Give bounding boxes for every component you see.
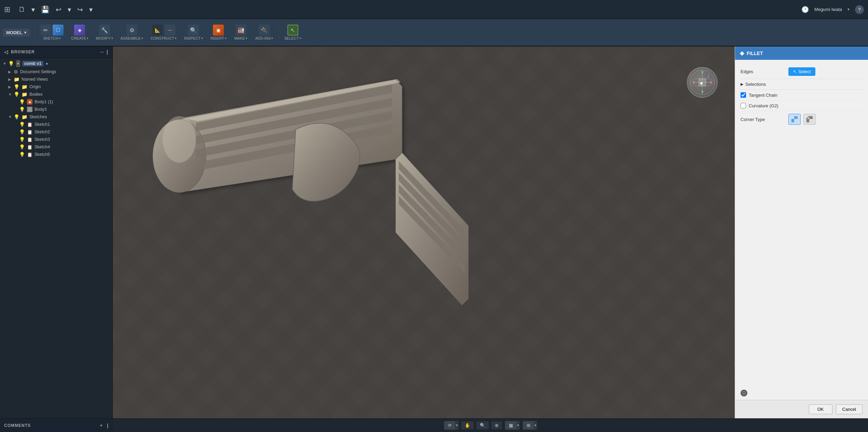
toolbar-construct[interactable]: 📐 — CONSTRUCT▾ xyxy=(147,19,180,46)
curvature-label: Curvature (G2) xyxy=(749,103,778,108)
toolbar-create[interactable]: ◈ CREATE▾ xyxy=(68,19,92,46)
tree-item-sketch5[interactable]: 💡 📋 Sketch5 xyxy=(0,151,112,158)
orbit-icon: ⟳ xyxy=(448,423,452,428)
zoom-fit-button[interactable]: ⊕ xyxy=(491,421,502,429)
toolbar-sketch[interactable]: ✏ □ SKETCH▾ xyxy=(37,19,67,46)
sidebar-collapse-icon[interactable]: ─ xyxy=(100,49,104,55)
tree-item-sketch2[interactable]: 💡 📋 Sketch2 xyxy=(0,128,112,136)
grid-dropdown-icon[interactable]: ▾ xyxy=(534,423,537,428)
assemble-icon: ⚙ xyxy=(126,25,137,36)
tree-item-body1[interactable]: 💡 ■ Body1 (1) xyxy=(0,98,112,106)
selections-expand-icon: ▶ xyxy=(741,82,743,86)
expand-doc-icon[interactable]: ▶ xyxy=(8,70,14,74)
toolbar-select[interactable]: ↖ SELECT▾ xyxy=(281,19,305,46)
sketch5-label: Sketch5 xyxy=(35,152,50,157)
folder-icon: 📁 xyxy=(14,77,19,82)
fillet-edges-row: Edges ↖ Select xyxy=(741,65,863,79)
tree-item-root[interactable]: ▼ 💡 ▪ comb v1 ● xyxy=(0,59,112,68)
fillet-info-area: ⓘ xyxy=(735,386,868,400)
expand-root-icon[interactable]: ▼ xyxy=(3,62,8,66)
open-file-button[interactable]: ▾ xyxy=(29,4,37,15)
expand-named-views-icon[interactable]: ▶ xyxy=(8,77,14,82)
sketch-icon2: □ xyxy=(53,25,64,36)
user-dropdown-icon[interactable]: ▾ xyxy=(847,7,850,12)
bodies-lightbulb-icon: 💡 xyxy=(14,92,19,97)
svg-rect-17 xyxy=(791,119,794,122)
toolbar-insert[interactable]: ▣ INSERT▾ xyxy=(207,19,230,46)
cancel-button[interactable]: Cancel xyxy=(836,404,863,414)
fillet-selections-row[interactable]: ▶ Selections xyxy=(741,79,863,90)
sidebar-collapse-left-icon[interactable]: ◁ xyxy=(4,49,8,55)
tree-item-body3[interactable]: 💡 □ Body3 xyxy=(0,106,112,113)
toolbar-make[interactable]: 🏭 MAKE▾ xyxy=(231,19,251,46)
orbit-button[interactable]: ⟳ xyxy=(445,421,455,429)
ok-button[interactable]: OK xyxy=(809,404,832,414)
tree-item-doc-settings[interactable]: ▶ ⚙ Document Settings xyxy=(0,68,112,76)
make-icon: 🏭 xyxy=(235,25,246,36)
tree-item-sketch3[interactable]: 💡 📋 Sketch3 xyxy=(0,136,112,143)
svg-text:◈: ◈ xyxy=(700,81,703,85)
toolbar-inspect[interactable]: 🔍 INSPECT▾ xyxy=(181,19,206,46)
assemble-icons: ⚙ xyxy=(126,25,137,36)
toolbar-assemble[interactable]: ⚙ ASSEMBLE▾ xyxy=(117,19,147,46)
viewport[interactable]: X X Y Y Z ◈ xyxy=(113,46,735,418)
undo-dropdown-button[interactable]: ▾ xyxy=(66,4,73,15)
modify-label: MODIFY▾ xyxy=(96,36,113,40)
curvature-checkbox[interactable] xyxy=(741,103,746,108)
tree-item-origin[interactable]: ▶ 💡 📁 Origin xyxy=(0,83,112,91)
bottom-toolbar: ⟳ ▾ ✋ 🔍 ⊕ ▦ ▾ ⊞ xyxy=(113,418,868,432)
comments-bar: COMMENTS + | xyxy=(0,418,113,432)
construct-icons: 📐 — xyxy=(152,25,175,36)
grid-display-button[interactable]: ⊞ xyxy=(523,421,534,429)
sidebar-header: ◁ BROWSER ─ | xyxy=(0,46,112,58)
orientation-gizmo[interactable]: X X Y Y Z ◈ xyxy=(687,67,721,101)
root-label: comb v1 xyxy=(22,61,44,66)
svg-text:Z: Z xyxy=(707,75,709,78)
tree-item-sketch1[interactable]: 💡 📋 Sketch1 xyxy=(0,121,112,128)
sidebar-pin-icon[interactable]: | xyxy=(107,49,108,55)
svg-text:X: X xyxy=(693,81,695,84)
sketch1-lightbulb-icon: 💡 xyxy=(19,122,25,127)
redo-button[interactable]: ↪ xyxy=(75,4,85,15)
model-button[interactable]: MODEL ▾ xyxy=(3,29,30,37)
orbit-dropdown-icon[interactable]: ▾ xyxy=(456,423,458,428)
apps-grid-icon[interactable]: ⊞ xyxy=(4,5,10,14)
sketch-label: SKETCH▾ xyxy=(43,36,61,40)
undo-button[interactable]: ↩ xyxy=(54,4,64,15)
toolbar-separator-1 xyxy=(35,22,35,43)
toolbar-add-ins[interactable]: 🔌 ADD-INS▾ xyxy=(252,19,276,46)
tree-item-sketch4[interactable]: 💡 📋 Sketch4 xyxy=(0,143,112,151)
sketch-icons: ✏ □ xyxy=(40,25,64,36)
tree-item-bodies[interactable]: ▼ 💡 📁 Bodies xyxy=(0,91,112,98)
user-name[interactable]: Megumi Iwata xyxy=(814,7,842,12)
corner-type-btn-2[interactable] xyxy=(803,114,816,125)
tree-item-sketches[interactable]: ▼ 💡 📁 Sketches xyxy=(0,113,112,121)
corner-type-btn-1[interactable] xyxy=(788,114,801,125)
sketch5-icon: 📋 xyxy=(27,152,32,157)
expand-sketches-icon[interactable]: ▼ xyxy=(8,115,14,119)
new-file-button[interactable]: 🗋 xyxy=(16,4,27,15)
save-button[interactable]: 💾 xyxy=(39,4,52,15)
pan-button[interactable]: ✋ xyxy=(461,421,474,429)
display-dropdown-icon[interactable]: ▾ xyxy=(517,423,519,428)
tangent-chain-checkbox[interactable] xyxy=(741,92,746,98)
model-3d-view xyxy=(113,46,735,418)
svg-point-5 xyxy=(163,116,196,163)
add-comment-button[interactable]: + xyxy=(100,422,103,429)
redo-dropdown-button[interactable]: ▾ xyxy=(87,4,95,15)
toolbar-modify[interactable]: 🔧 MODIFY▾ xyxy=(93,19,117,46)
corner-type-label: Corner Type xyxy=(741,117,788,122)
display-mode-button[interactable]: ▦ xyxy=(505,421,516,429)
comments-collapse-icon[interactable]: | xyxy=(107,423,109,428)
select-edges-button[interactable]: ↖ Select xyxy=(788,67,815,76)
svg-text:X: X xyxy=(710,81,712,84)
make-label: MAKE▾ xyxy=(234,36,247,40)
expand-origin-icon[interactable]: ▶ xyxy=(8,85,14,89)
info-circle-icon[interactable]: ⓘ xyxy=(741,390,747,396)
tree-item-named-views[interactable]: ▶ 📁 Named Views xyxy=(0,76,112,83)
expand-bodies-icon[interactable]: ▼ xyxy=(8,92,14,96)
clock-icon[interactable]: 🕐 xyxy=(801,6,809,13)
sketch4-icon: 📋 xyxy=(27,145,32,150)
zoom-button[interactable]: 🔍 xyxy=(476,421,489,429)
help-button[interactable]: ? xyxy=(855,5,864,14)
